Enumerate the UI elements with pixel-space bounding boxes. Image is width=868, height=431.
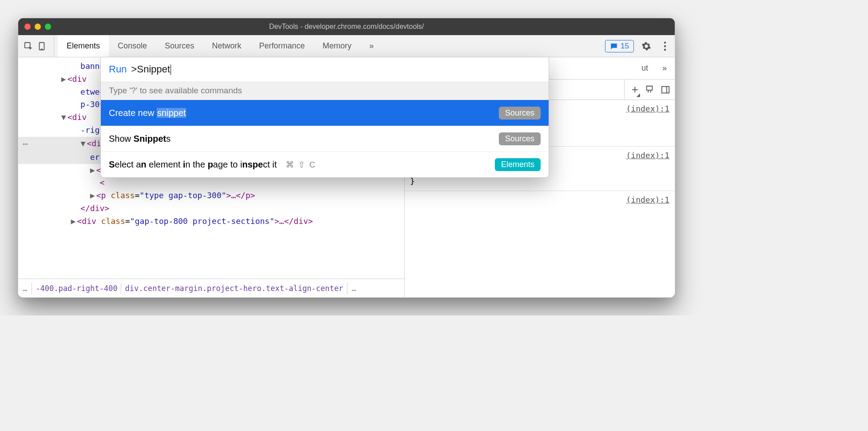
maximize-window-button[interactable] <box>45 24 51 30</box>
gear-icon <box>641 41 651 51</box>
svg-point-5 <box>664 48 666 50</box>
source-link[interactable]: (index):1 <box>626 194 669 207</box>
command-item-create-snippet[interactable]: Create new snippet Sources <box>101 100 549 126</box>
command-badge: Sources <box>499 132 541 145</box>
command-item-select-element[interactable]: Select an element in the page to inspect… <box>101 152 549 177</box>
more-button[interactable] <box>659 41 671 51</box>
main-tabbar: Elements Console Sources Network Perform… <box>18 35 675 57</box>
tab-sources[interactable]: Sources <box>156 35 203 57</box>
command-input-row[interactable]: Run >Snippet <box>101 57 549 81</box>
svg-point-3 <box>664 41 666 43</box>
issues-badge[interactable]: 15 <box>605 40 634 52</box>
command-query: >Snippet <box>131 64 171 75</box>
issues-count: 15 <box>621 42 629 51</box>
svg-point-4 <box>664 45 666 47</box>
tab-console[interactable]: Console <box>109 35 156 57</box>
tab-memory[interactable]: Memory <box>314 35 360 57</box>
command-badge: Elements <box>495 158 541 171</box>
content-area: banne ▶<div etwee p-300 ▼<div -righ ⋯ ▼<… <box>18 57 675 297</box>
toggle-classes-button[interactable] <box>645 85 654 95</box>
tab-network[interactable]: Network <box>203 35 250 57</box>
breadcrumb[interactable]: … -400.pad-right-400 div.center-margin.p… <box>18 279 404 297</box>
source-link[interactable]: (index):1 <box>626 103 669 116</box>
settings-button[interactable] <box>640 41 653 51</box>
side-tab-partial[interactable]: ut <box>638 64 652 73</box>
breadcrumb-seg-1[interactable]: -400.pad-right-400 <box>32 284 121 293</box>
traffic-lights <box>24 24 51 30</box>
tab-performance[interactable]: Performance <box>250 35 314 57</box>
command-hint: Type '?' to see available commands <box>101 81 549 100</box>
tab-overflow[interactable]: » <box>360 35 382 57</box>
brush-icon <box>645 85 654 95</box>
minimize-window-button[interactable] <box>35 24 41 30</box>
command-badge: Sources <box>499 107 541 120</box>
panel-tabs: Elements Console Sources Network Perform… <box>58 35 382 57</box>
command-prefix: Run <box>109 64 127 75</box>
titlebar: DevTools - developer.chrome.com/docs/dev… <box>18 18 675 35</box>
ellipsis-icon: ⋯ <box>18 137 32 151</box>
command-menu: Run >Snippet Type '?' to see available c… <box>100 57 549 178</box>
toggle-sidebar-button[interactable] <box>661 85 670 95</box>
issues-icon <box>610 42 618 50</box>
command-shortcut: ⌘ ⇧ C <box>286 160 316 169</box>
svg-rect-6 <box>662 86 669 93</box>
devtools-window: DevTools - developer.chrome.com/docs/dev… <box>18 18 675 298</box>
breadcrumb-overflow-left[interactable]: … <box>18 284 32 293</box>
breadcrumb-seg-2[interactable]: div.center-margin.project-hero.text-alig… <box>121 284 346 293</box>
side-tab-overflow[interactable]: » <box>659 64 670 73</box>
device-toggle-icon[interactable] <box>35 40 48 53</box>
source-link[interactable]: (index):1 <box>626 149 669 162</box>
breadcrumb-overflow-right[interactable]: … <box>347 284 361 293</box>
tab-elements[interactable]: Elements <box>58 35 109 57</box>
panel-icon <box>661 85 670 95</box>
add-rule-button[interactable]: +◢ <box>632 83 638 96</box>
close-window-button[interactable] <box>24 24 31 30</box>
inspect-icon[interactable] <box>22 40 35 53</box>
window-title: DevTools - developer.chrome.com/docs/dev… <box>18 23 675 31</box>
command-item-show-snippets[interactable]: Show Snippets Sources <box>101 126 549 152</box>
kebab-icon <box>664 41 666 51</box>
